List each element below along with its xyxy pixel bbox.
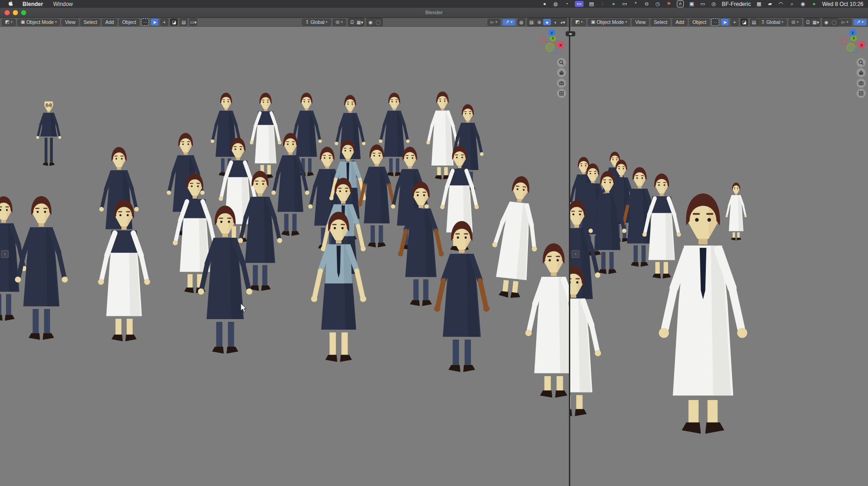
viewport-canvas-right[interactable]: YZX [570, 27, 868, 486]
measure-tool-icon[interactable]: ▤ [180, 18, 187, 26]
copy-icon[interactable]: ▣ [689, 1, 695, 7]
figures-icon[interactable]: ⚑ [666, 1, 672, 7]
divider-collapse-handle[interactable]: ◂▸ [566, 31, 575, 36]
move-tool-icon[interactable]: + [160, 18, 168, 26]
active-tool-icon[interactable]: ➤ [721, 18, 729, 26]
clock-menu-icon[interactable]: ◷ [655, 1, 661, 7]
moon-icon[interactable]: ● [542, 1, 548, 7]
snap-toggle-icon[interactable]: Ω [804, 19, 812, 25]
wifi-icon[interactable]: ◠ [778, 1, 784, 7]
presence-dot-icon[interactable]: ● [811, 1, 817, 7]
minus-circle-icon[interactable]: ⊖ [644, 1, 650, 7]
proportional-edit-icon[interactable]: ◉ [367, 19, 374, 25]
notes-icon[interactable]: ▤ [589, 1, 595, 7]
viewport-left[interactable]: YZX [0, 27, 569, 486]
menu-add[interactable]: Add [102, 19, 117, 26]
apple-menu[interactable] [8, 1, 14, 7]
pivot-dropdown[interactable]: ◎ ▾ [789, 19, 802, 26]
menubar-username[interactable]: BF-Frederic [722, 1, 751, 7]
editor-type-button[interactable]: ◩ ▾ [2, 19, 16, 26]
snap-toggle-icon[interactable]: Ω [348, 19, 356, 25]
perspective-view-button[interactable] [857, 89, 866, 98]
character[interactable] [434, 221, 490, 372]
pan-view-button[interactable] [857, 68, 866, 77]
measure-tool-icon[interactable]: ▤ [750, 18, 758, 26]
battery-icon[interactable]: ▰ [767, 1, 773, 7]
pivot-dropdown[interactable]: ◎ ▾ [333, 19, 346, 26]
user-icon[interactable]: ◉ [800, 1, 806, 7]
menu-view[interactable]: View [632, 19, 649, 26]
mode-dropdown[interactable]: ▣ Object Mode ▾ [17, 19, 60, 26]
navigation-gizmo[interactable]: YZX [841, 29, 866, 53]
character[interactable] [36, 101, 61, 166]
gizmo-toggle[interactable]: ↗ ▾ [853, 19, 867, 26]
character[interactable] [379, 92, 410, 176]
gizmo-toggle[interactable]: ↗ ▾ [502, 19, 516, 26]
character[interactable] [642, 173, 681, 278]
shading-solid-icon[interactable]: ● [543, 19, 551, 25]
select-box-tool-icon[interactable]: ⋯ [141, 18, 149, 26]
move-tool-icon[interactable]: + [731, 18, 738, 26]
character[interactable] [426, 91, 459, 179]
menubar-clock[interactable]: Wed 8 Oct 10:26 [822, 1, 863, 7]
record-icon[interactable]: ◎ [711, 1, 717, 7]
character[interactable] [98, 200, 150, 341]
mode-dropdown[interactable]: ▣ Object Mode ▾ [588, 19, 630, 26]
editor-divider[interactable] [569, 17, 570, 486]
camera-view-button[interactable] [857, 79, 866, 88]
menu-object[interactable]: Object [119, 19, 139, 26]
menu-select[interactable]: Select [80, 19, 100, 26]
gear-icon[interactable]: * [633, 1, 639, 7]
annotate-tool-icon[interactable]: ◪ [740, 18, 748, 26]
character[interactable] [726, 183, 747, 240]
falloff-dropdown-icon[interactable]: ◯ [830, 19, 838, 25]
shading-wireframe-icon[interactable]: ⊕ [535, 19, 543, 25]
snap-settings-icon[interactable]: ▦▾ [356, 19, 364, 25]
menu-view[interactable]: View [62, 19, 79, 26]
perspective-view-button[interactable] [557, 89, 566, 98]
proportional-edit-icon[interactable]: ◉ [823, 19, 830, 25]
wheel-icon[interactable]: ◍ [553, 1, 559, 7]
pan-view-button[interactable] [557, 68, 566, 77]
visibility-dropdown[interactable]: ▻ ▾ [488, 19, 500, 26]
menu-add[interactable]: Add [672, 19, 687, 26]
zoom-view-button[interactable] [857, 58, 866, 67]
active-tool-icon[interactable]: ➤ [151, 18, 159, 26]
character[interactable] [15, 196, 68, 340]
viewport-right[interactable]: YZX [570, 27, 868, 486]
xray-toggle-icon[interactable]: ▨ [528, 19, 535, 25]
shading-material-icon[interactable]: ◑ [551, 19, 559, 25]
screen-share-icon[interactable]: ▭ [575, 1, 584, 7]
menubar-item-window[interactable]: Window [53, 1, 73, 7]
menu-select[interactable]: Select [651, 19, 670, 26]
zoom-view-button[interactable] [557, 58, 566, 67]
navigation-gizmo[interactable]: YZX [540, 29, 565, 53]
select-box-tool-icon[interactable]: ⋯ [711, 18, 719, 26]
display-icon[interactable]: ▭ [700, 1, 706, 7]
overlays-toggle-icon[interactable]: ◍ [517, 18, 525, 26]
collapsed-panel-tab-right[interactable]: › [572, 250, 579, 258]
info-icon[interactable]: ◔ [564, 1, 570, 7]
character[interactable] [250, 93, 282, 179]
window-titlebar[interactable]: Blender [0, 8, 868, 18]
status-green-icon[interactable]: ● [611, 1, 617, 7]
snap-settings-icon[interactable]: ▦▾ [812, 19, 820, 25]
character[interactable] [525, 243, 569, 398]
shading-rendered-icon[interactable]: ◕▾ [559, 19, 567, 25]
spotlight-icon[interactable]: ⌕ [789, 1, 795, 7]
menubar-app-name[interactable]: Blender [23, 1, 43, 7]
orientation-dropdown[interactable]: ↥ Global ▾ [758, 19, 786, 26]
falloff-dropdown-icon[interactable]: ◯ [374, 19, 382, 25]
keyboard-icon[interactable]: ▦ [756, 1, 762, 7]
input-source-icon[interactable]: A [677, 0, 684, 7]
extra-tool-icon[interactable]: ▭▾ [189, 18, 197, 26]
character[interactable] [487, 174, 545, 300]
window-icon[interactable]: ▭ [622, 1, 628, 7]
camera-view-button[interactable] [557, 79, 566, 88]
visibility-dropdown[interactable]: ▻ ▾ [839, 19, 851, 26]
annotate-tool-icon[interactable]: ◪ [170, 18, 178, 26]
status-lights-icon[interactable]: ∶ [600, 1, 606, 7]
orientation-dropdown[interactable]: ↥ Global ▾ [302, 19, 330, 26]
menu-object[interactable]: Object [689, 19, 709, 26]
collapsed-panel-tab-left[interactable]: › [1, 250, 9, 258]
